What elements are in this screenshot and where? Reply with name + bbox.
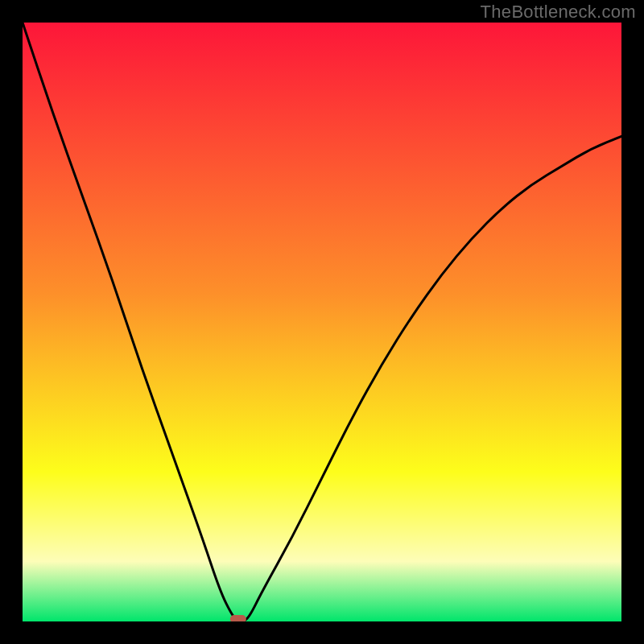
- watermark-text: TheBottleneck.com: [481, 2, 636, 23]
- gradient-background: [23, 23, 621, 621]
- plot-area: [23, 23, 621, 621]
- chart-svg: [23, 23, 621, 621]
- optimal-marker: [230, 615, 246, 621]
- chart-frame: TheBottleneck.com: [0, 0, 644, 644]
